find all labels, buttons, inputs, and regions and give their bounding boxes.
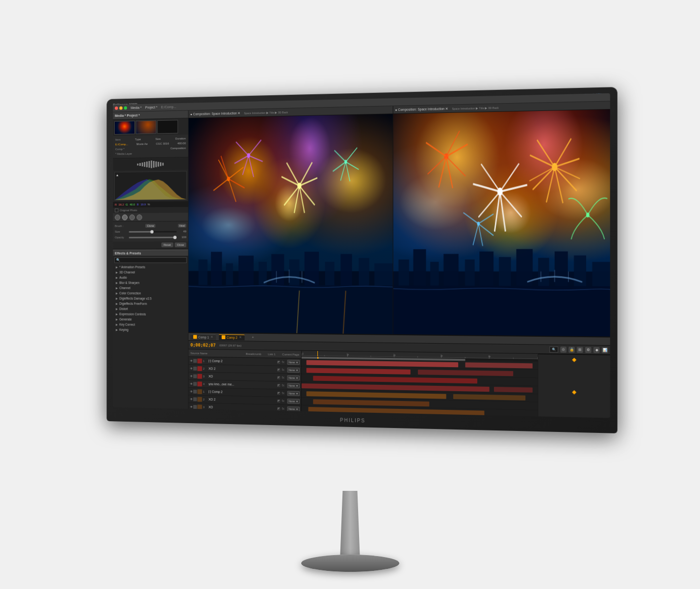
layer-3-fx-icon[interactable]: fx — [282, 376, 284, 379]
layer-4-mask-icon[interactable]: ◩ — [277, 383, 281, 387]
close-button[interactable] — [115, 107, 118, 110]
layer-3-name: XO — [208, 375, 277, 379]
layer-7-none-dropdown[interactable]: None ▼ — [287, 406, 299, 411]
timeline-solo-btn[interactable]: ⊙ — [560, 347, 567, 353]
prop-label-comp: Comp * — [115, 148, 124, 151]
layer-5-none-dropdown[interactable]: None ▼ — [287, 391, 299, 396]
kf-diamond-5[interactable] — [571, 390, 576, 395]
effects-item-channel[interactable]: ▶ Channel — [113, 285, 188, 291]
layer-4-fx-icon[interactable]: fx — [282, 383, 284, 387]
track-bar-8[interactable] — [301, 415, 453, 417]
comp2-close-icon[interactable]: ✕ — [238, 335, 241, 339]
svg-line-62 — [426, 142, 446, 157]
close-btn[interactable]: Close — [174, 242, 186, 247]
size-slider-thumb[interactable] — [150, 230, 154, 233]
layer-1-fx-icon[interactable]: fx — [282, 360, 284, 364]
timeline-settings-btn[interactable]: ⚙ — [585, 347, 591, 353]
original-photo-checkbox[interactable] — [115, 209, 118, 213]
track-bar-7[interactable] — [308, 407, 484, 416]
menu-item-file[interactable]: Media * — [130, 106, 141, 109]
layer-4-none-dropdown[interactable]: None ▼ — [287, 383, 299, 388]
size-slider-track[interactable] — [129, 231, 176, 232]
tool-circle-4[interactable] — [136, 214, 142, 220]
opacity-slider-track[interactable] — [129, 237, 176, 238]
playhead[interactable] — [317, 351, 318, 356]
timeline-search[interactable]: 🔍 — [549, 346, 558, 352]
effects-label-blur: Blur & Sharpen — [119, 281, 139, 285]
layer-5-fx-icon[interactable]: fx — [282, 391, 284, 395]
layer-5-lock[interactable] — [193, 389, 197, 393]
effects-item-color[interactable]: ▶ Color Correction — [113, 291, 188, 296]
layer-5-eye[interactable]: 👁 — [190, 390, 193, 393]
layer-3-eye[interactable]: 👁 — [190, 375, 193, 377]
track-bar-6[interactable] — [313, 399, 429, 406]
track-bar-1b[interactable] — [465, 362, 533, 368]
thumb-3[interactable] — [157, 120, 178, 134]
new-comp-tab-btn[interactable]: + — [248, 334, 257, 340]
layer-1-lock[interactable] — [193, 359, 197, 363]
thumb-2[interactable] — [135, 120, 156, 134]
track-bar-1[interactable] — [306, 360, 458, 368]
layer-2-lock[interactable] — [193, 366, 197, 370]
effects-item-keying[interactable]: ▶ Keying — [113, 327, 188, 333]
layer-6-fx-icon[interactable]: fx — [282, 399, 284, 402]
layer-4-eye[interactable]: 👁 — [190, 382, 193, 385]
maximize-button[interactable] — [124, 106, 127, 109]
layer-7-mask-icon[interactable]: ◩ — [277, 406, 281, 410]
timeline-timecode[interactable]: 0;00;02;07 — [190, 343, 215, 348]
minimize-button[interactable] — [119, 107, 122, 110]
effects-label-generate: Generate — [119, 318, 131, 321]
layer-7-icons: 👁 — [190, 404, 202, 409]
layer-3-mask-icon[interactable]: ◩ — [277, 375, 281, 379]
layer-6-lock[interactable] — [193, 397, 197, 401]
clone-button[interactable]: Clone — [145, 224, 155, 228]
layer-3-none-dropdown[interactable]: None ▼ — [287, 375, 299, 380]
effects-item-blur[interactable]: ▶ Blur & Sharpen — [113, 280, 188, 286]
kf-diamond-1[interactable] — [571, 358, 576, 362]
menu-item-project[interactable]: Project * — [145, 106, 157, 109]
layer-1-none-dropdown[interactable]: None ▼ — [287, 360, 299, 365]
layer-6-none-dropdown[interactable]: None ▼ — [287, 399, 299, 403]
layer-3-lock[interactable] — [193, 374, 197, 378]
layer-2-mask-icon[interactable]: ◩ — [277, 368, 281, 372]
layer-1-eye[interactable]: 👁 — [190, 359, 193, 362]
layer-7-lock[interactable] — [193, 405, 197, 409]
layer-6-none: None ▼ — [287, 399, 299, 403]
layer-4-name: you kno...ove me... — [208, 382, 277, 387]
track-bar-2b[interactable] — [417, 370, 513, 376]
layer-4-lock[interactable] — [193, 382, 197, 386]
layer-3-num: 3 — [203, 375, 207, 377]
track-bar-5b[interactable] — [453, 394, 525, 401]
heal-button[interactable]: Heal — [178, 224, 186, 228]
effects-item-3d[interactable]: ▶ 3D Channel — [113, 269, 188, 275]
original-photo-row[interactable]: Original Photo — [113, 207, 188, 214]
layer-7-fx-icon[interactable]: fx — [282, 407, 284, 410]
comp1-close-icon[interactable]: ✕ — [210, 335, 213, 339]
layer-7-eye[interactable]: 👁 — [190, 405, 193, 408]
tool-circle-1[interactable] — [115, 214, 120, 220]
timeline-expand-btn[interactable]: ⊞ — [576, 347, 583, 353]
track-bar-4b[interactable] — [494, 387, 533, 393]
effects-item-anim-presets[interactable]: ▶ * Animation Presets — [113, 265, 188, 270]
layer-2-none-dropdown[interactable]: None ▼ — [287, 367, 299, 372]
layer-6-eye[interactable]: 👁 — [190, 398, 193, 401]
layer-1-mask-icon[interactable]: ◩ — [277, 360, 281, 364]
effects-item-audio[interactable]: ▶ Audio — [113, 275, 188, 280]
layer-5-mask-icon[interactable]: ◩ — [277, 391, 281, 395]
layer-6-mask-icon[interactable]: ◩ — [277, 399, 281, 402]
reset-button[interactable]: Reset — [161, 242, 173, 247]
timeline-lock-btn[interactable]: 🔒 — [569, 347, 575, 353]
layer-2-eye[interactable]: 👁 — [190, 367, 193, 370]
opacity-slider-thumb[interactable] — [173, 236, 177, 239]
timeline-graph-btn[interactable]: 📊 — [601, 347, 608, 353]
layer-2-fx-icon[interactable]: fx — [282, 368, 284, 372]
comp2-tab[interactable]: Comp 2 ✕ — [218, 334, 244, 340]
effects-search-bar[interactable]: 🔍 — [114, 257, 187, 263]
thumb-1[interactable] — [114, 121, 135, 134]
timeline-marker-btn[interactable]: ◆ — [593, 347, 599, 353]
track-bar-2[interactable] — [306, 368, 411, 375]
layer-4-none-label: None — [288, 384, 295, 387]
comp1-tab[interactable]: Comp 1 ✕ — [190, 334, 216, 340]
tool-circle-2[interactable] — [122, 214, 127, 220]
tool-circle-3[interactable] — [129, 214, 134, 220]
